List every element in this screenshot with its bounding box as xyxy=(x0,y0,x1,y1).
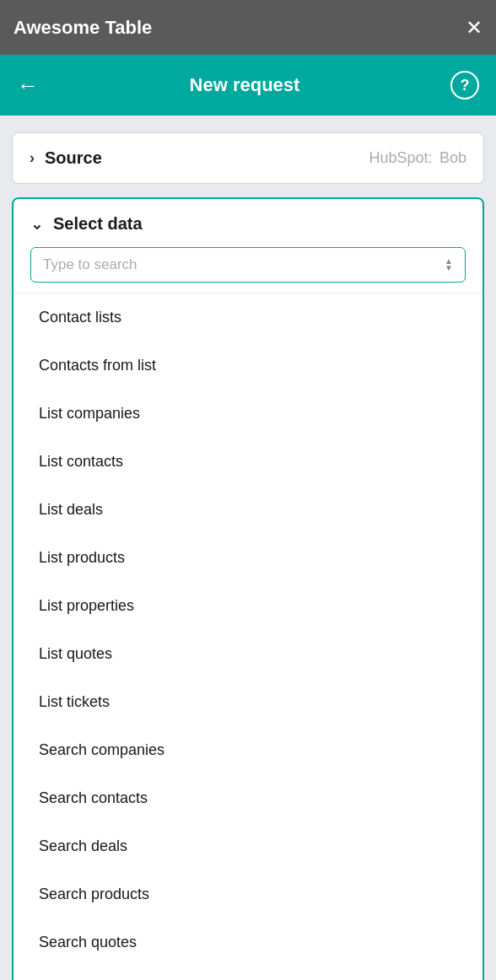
chevron-right-icon: › xyxy=(30,149,35,167)
app-title: Awesome Table xyxy=(13,17,152,39)
dropdown-item[interactable]: Contact lists xyxy=(13,293,483,342)
dropdown-item[interactable]: List tickets xyxy=(13,678,483,726)
main-content: › Source HubSpot: Bob ⌄ Select data ▲ ▼ … xyxy=(0,116,496,980)
dropdown-item[interactable]: Contacts from list xyxy=(13,342,483,390)
chevron-down-icon: ⌄ xyxy=(30,215,43,234)
dropdown-item[interactable]: Search products xyxy=(13,870,483,918)
source-section[interactable]: › Source HubSpot: Bob xyxy=(12,132,484,184)
search-wrapper: ▲ ▼ xyxy=(30,247,466,283)
dropdown-item[interactable]: Search deals xyxy=(13,822,483,870)
page-title: New request xyxy=(190,74,300,96)
type-to-search-input[interactable] xyxy=(43,256,445,273)
dropdown-item[interactable]: Search tickets xyxy=(13,967,483,980)
dropdown-item[interactable]: Search contacts xyxy=(13,774,483,822)
dropdown-item[interactable]: List properties xyxy=(13,582,483,630)
source-left: › Source xyxy=(30,148,102,168)
dropdown-item[interactable]: List contacts xyxy=(13,438,483,486)
dropdown-item[interactable]: List deals xyxy=(13,486,483,534)
back-button[interactable]: ← xyxy=(17,73,39,99)
spinner-icon: ▲ ▼ xyxy=(445,258,453,272)
help-button[interactable]: ? xyxy=(450,71,479,100)
dropdown-item[interactable]: Search companies xyxy=(13,726,483,774)
dropdown-item[interactable]: Search quotes xyxy=(13,918,483,967)
select-data-header: ⌄ Select data xyxy=(30,214,466,234)
select-data-label: Select data xyxy=(53,214,143,234)
source-value: HubSpot: Bob xyxy=(369,149,466,167)
dropdown-item[interactable]: List quotes xyxy=(13,630,483,678)
title-bar: Awesome Table ✕ xyxy=(0,0,496,55)
select-data-section: ⌄ Select data ▲ ▼ Contact listsContacts … xyxy=(12,197,484,980)
header: ← New request ? xyxy=(0,55,496,116)
source-label: Source xyxy=(45,148,102,168)
dropdown-item[interactable]: List companies xyxy=(13,390,483,438)
dropdown-list: Contact listsContacts from listList comp… xyxy=(13,293,483,980)
close-button[interactable]: ✕ xyxy=(466,18,483,38)
dropdown-item[interactable]: List products xyxy=(13,534,483,582)
